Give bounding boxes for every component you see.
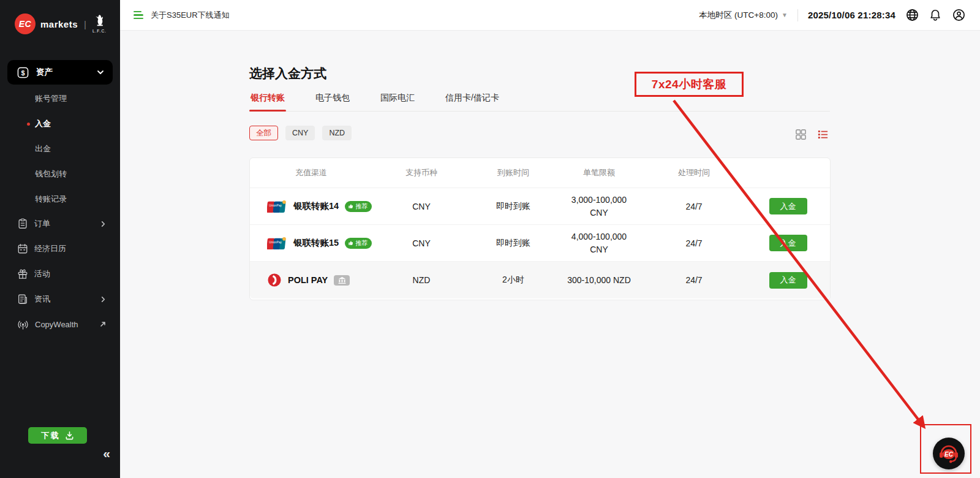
calendar-icon: [17, 243, 28, 254]
divider: [797, 9, 798, 21]
support-annotation-label: 7x24小时客服: [652, 77, 726, 93]
notification-text[interactable]: 关于S35EUR下线通知: [151, 10, 230, 21]
sidebar: EC markets | L.F.C. $ 资产: [0, 0, 120, 478]
grid-view-icon[interactable]: [795, 129, 807, 140]
deposit-channels-table: 充值渠道 支持币种 到账时间 单笔限额 处理时间 UnionPay 银联转账14: [249, 157, 831, 300]
language-globe-icon[interactable]: [905, 9, 919, 22]
processing-cell: 24/7: [642, 238, 746, 248]
tab-international-wire[interactable]: 国际电汇: [379, 91, 416, 111]
sidebar-item-label: 出金: [35, 143, 51, 154]
chevron-right-icon: [100, 221, 107, 227]
currency-filters: 全部 CNY NZD: [249, 126, 352, 140]
tab-credit-debit-card[interactable]: 信用卡/借记卡: [444, 91, 500, 111]
arrival-cell: 2小时: [470, 275, 556, 286]
bank-icon: [338, 277, 346, 284]
sidebar-item-label: 入金: [35, 118, 51, 129]
sidebar-item-economic-calendar[interactable]: 经济日历: [0, 237, 120, 261]
currency-cell: CNY: [372, 202, 470, 211]
svg-text:EC: EC: [944, 451, 954, 458]
brand-logo: EC markets | L.F.C.: [0, 0, 120, 39]
news-icon: [17, 294, 28, 305]
dollar-icon: $: [17, 67, 29, 78]
sidebar-item-label: 账号管理: [35, 93, 67, 104]
list-view-icon[interactable]: [817, 129, 829, 140]
sidebar-item-label: 资讯: [34, 294, 100, 305]
support-annotation-box: 7x24小时客服: [635, 72, 744, 97]
gift-icon: [17, 268, 28, 279]
col-currency: 支持币种: [372, 167, 470, 178]
download-button[interactable]: 下载: [28, 427, 87, 444]
svg-text:$: $: [21, 69, 24, 76]
recommended-badge: 推荐: [345, 238, 372, 249]
table-row: UnionPay 银联转账15 推荐 CNY 即时到账 4,000-100,00…: [250, 225, 830, 262]
ec-logo-icon: EC: [15, 13, 36, 34]
table-header: 充值渠道 支持币种 到账时间 单笔限额 处理时间: [250, 158, 830, 188]
thumbs-up-icon: [348, 240, 353, 246]
page-title: 选择入金方式: [249, 65, 326, 82]
timezone-selector[interactable]: 本地时区 (UTC+8:00) ▼: [699, 10, 788, 21]
limit-cell: 3,000-100,000 CNY: [556, 194, 642, 219]
currency-cell: NZD: [372, 275, 470, 285]
col-arrival: 到账时间: [470, 167, 556, 178]
deposit-button[interactable]: 入金: [769, 235, 807, 251]
tab-bank-transfer[interactable]: 银行转账: [249, 91, 286, 111]
announcement-list-icon[interactable]: [134, 11, 143, 20]
topbar: 关于S35EUR下线通知 本地时区 (UTC+8:00) ▼ 2025/10/0…: [120, 0, 980, 31]
limit-cell: 300-10,000 NZD: [556, 275, 642, 285]
chevron-down-icon: [97, 69, 104, 76]
sidebar-item-wallet-transfer[interactable]: 钱包划转: [0, 162, 120, 186]
user-profile-icon[interactable]: [952, 9, 965, 22]
download-label: 下载: [41, 430, 61, 441]
channel-name: 银联转账15: [293, 237, 339, 249]
clipboard-icon: [17, 218, 28, 229]
tab-ewallet[interactable]: 电子钱包: [314, 91, 351, 111]
sidebar-item-account-management[interactable]: 账号管理: [0, 86, 120, 111]
notifications-bell-icon[interactable]: [929, 9, 942, 22]
sidebar-item-label: 活动: [34, 268, 107, 279]
timezone-label: 本地时区 (UTC+8:00): [699, 10, 778, 21]
recommended-badge: 推荐: [345, 201, 372, 212]
sidebar-item-transfer-records[interactable]: 转账记录: [0, 187, 120, 211]
sidebar-item-label: 钱包划转: [35, 169, 67, 180]
svg-text:UnionPay: UnionPay: [269, 204, 282, 207]
table-row: UnionPay 银联转账14 推荐 CNY 即时到账 3,000-100,00…: [250, 188, 830, 225]
sidebar-item-copywealth[interactable]: CopyWealth: [0, 312, 120, 336]
lfc-logo: L.F.C.: [92, 14, 107, 34]
filter-cny[interactable]: CNY: [285, 126, 315, 140]
sidebar-item-deposit[interactable]: 入金: [0, 112, 120, 136]
poli-pay-logo-icon: [267, 273, 282, 287]
unionpay-logo-icon: UnionPay: [267, 237, 287, 250]
arrival-cell: 即时到账: [470, 201, 556, 212]
datetime-text: 2025/10/06 21:28:34: [808, 10, 895, 20]
logo-divider: |: [84, 19, 86, 29]
processing-cell: 24/7: [642, 202, 746, 211]
col-limit: 单笔限额: [556, 167, 642, 178]
sidebar-item-label: 资产: [36, 67, 97, 78]
ec-headset-icon: EC: [935, 440, 962, 467]
arrival-cell: 即时到账: [470, 238, 556, 249]
channel-name: POLI PAY: [288, 275, 328, 285]
sidebar-item-label: CopyWealth: [35, 320, 99, 329]
customer-service-chat-button[interactable]: EC: [933, 438, 965, 469]
sidebar-item-withdraw[interactable]: 出金: [0, 137, 120, 161]
caret-down-icon: ▼: [782, 12, 788, 18]
sidebar-collapse-button[interactable]: «: [103, 446, 110, 461]
lfc-label: L.F.C.: [92, 29, 107, 34]
sidebar-item-promotions[interactable]: 活动: [0, 262, 120, 286]
active-dot: [27, 123, 30, 126]
deposit-button[interactable]: 入金: [769, 198, 807, 214]
filter-nzd[interactable]: NZD: [322, 126, 352, 140]
processing-cell: 24/7: [642, 275, 746, 285]
sidebar-item-orders[interactable]: 订单: [0, 211, 120, 236]
sidebar-item-news[interactable]: 资讯: [0, 287, 120, 311]
deposit-button[interactable]: 入金: [769, 272, 807, 289]
broadcast-icon: [17, 319, 29, 330]
sidebar-item-label: 订单: [34, 218, 100, 229]
table-row: POLI PAY NZD 2小时 300-10,000 NZD 24/7 入金: [250, 262, 830, 298]
limit-cell: 4,000-100,000 CNY: [556, 230, 642, 256]
brand-name: markets: [40, 19, 78, 29]
unionpay-logo-icon: UnionPay: [267, 200, 287, 213]
sidebar-item-label: 转账记录: [35, 194, 67, 205]
sidebar-item-assets[interactable]: $ 资产: [7, 60, 113, 85]
filter-all[interactable]: 全部: [249, 126, 278, 140]
